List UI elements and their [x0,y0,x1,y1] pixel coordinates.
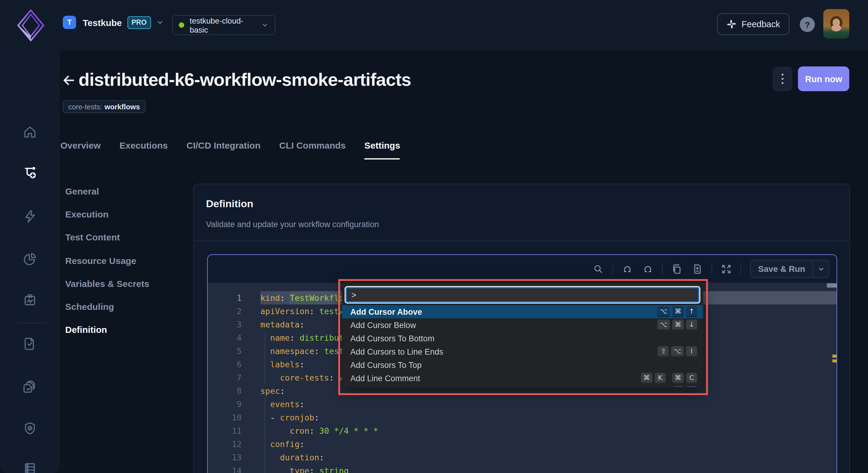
save-and-run-button[interactable]: Save & Run [750,260,829,278]
monitor-icon [22,292,37,307]
feedback-button[interactable]: Feedback [717,13,789,35]
line-number: 11 [208,424,245,437]
server-icon [22,461,37,473]
line-number: 12 [208,437,245,451]
palette-item-label: Add Cursors to Line Ends [350,347,656,356]
keybinding-key: I [686,346,697,357]
org-name: Testkube [83,17,122,28]
line-number: 8 [208,384,245,398]
sidebar-item-pie-chart[interactable] [0,244,60,273]
keybinding-key: ⌥ [657,306,670,317]
palette-item-add-cursors-to-bottom[interactable]: Add Cursors To Bottom [342,332,703,345]
label-badge: core-tests: workflows [63,100,145,113]
line-content: - cronjob: [260,411,837,424]
run-now-button[interactable]: Run now [798,66,849,91]
more-actions-button[interactable] [773,66,793,91]
expand-icon[interactable] [720,262,733,275]
keybinding-key [686,386,697,387]
line-content: type: string [260,464,837,473]
pie-chart-icon [22,251,37,266]
settings-nav-scheduling[interactable]: Scheduling [65,295,180,318]
org-switcher[interactable]: T Testkube PRO [63,16,164,29]
line-number: 5 [208,344,245,358]
undo-icon[interactable] [621,262,633,275]
tab-overview[interactable]: Overview [60,138,100,152]
diff-doc-icon[interactable] [691,262,704,275]
sidebar-item-shield-gear[interactable] [0,414,60,443]
settings-nav-variables-secrets[interactable]: Variables & Secrets [65,272,180,295]
chevron-down-icon[interactable] [812,260,829,277]
search-icon[interactable] [592,262,604,275]
command-palette: Add Cursor Above⌥⌘↑Add Cursor Below⌥⌘↓Ad… [342,282,703,387]
settings-nav-resource-usage[interactable]: Resource Usage [65,249,180,272]
help-button[interactable]: ? [800,17,815,32]
chevron-down-icon [261,21,269,29]
file-check-icon [22,336,37,351]
command-palette-input[interactable] [345,287,700,303]
user-avatar[interactable] [823,9,849,39]
line-number: 1 [208,291,245,305]
badge-value: workflows [104,102,140,111]
code-line[interactable]: 14 type: string [208,464,837,473]
palette-item-label: Add Cursors To Top [350,360,697,369]
feedback-label: Feedback [741,19,780,29]
line-content: cron: 30 */4 * * * [260,424,837,437]
palette-item-add-cursors-to-top[interactable]: Add Cursors To Top [342,358,703,372]
app-root: T Testkube PRO testkube-cloud-basic [0,0,868,473]
top-bar: T Testkube PRO testkube-cloud-basic [0,0,868,51]
palette-item-add-line-comment[interactable]: Add Line Comment⌘K⌘C [342,372,703,385]
palette-item-add-cursor-below[interactable]: Add Cursor Below⌥⌘↓ [342,318,703,332]
toolbar-separator [741,263,741,274]
settings-nav-general[interactable]: General [65,180,180,203]
home-icon [22,124,37,139]
tab-cli-commands[interactable]: CLI Commands [279,138,346,152]
code-line[interactable]: 13 duration: [208,451,837,464]
shield-gear-icon [22,421,37,436]
tab-settings[interactable]: Settings [365,138,400,152]
line-number: 14 [208,464,245,473]
sidebar-item-home[interactable] [0,117,60,146]
palette-item-label: Add Cursors To Bottom [350,334,697,343]
code-line[interactable]: 10 - cronjob: [208,411,837,424]
editor-scrollbar[interactable] [827,283,837,288]
sidebar-item-lightning[interactable] [0,202,60,231]
keybinding-key: C [686,373,697,384]
tab-executions[interactable]: Executions [119,138,167,152]
line-number: 2 [208,305,245,318]
palette-item-add-cursor-above[interactable]: Add Cursor Above⌥⌘↑ [342,305,703,318]
save-and-run-label: Save & Run [751,264,812,274]
line-content: duration: [260,451,837,464]
sidebar-item-workflow-add[interactable] [0,158,60,187]
plan-badge: PRO [127,16,151,29]
sidebar-item-files-stack[interactable] [0,372,60,401]
keybinding-key: ⌥ [672,346,684,357]
sidebar-item-server[interactable] [0,454,60,473]
sidebar-item-monitor[interactable] [0,285,60,314]
palette-item-label: Add Cursor Above [350,307,655,316]
sidebar-item-file-check[interactable] [0,328,60,358]
code-line[interactable]: 11 cron: 30 */4 * * * [208,424,837,437]
palette-item-clipped[interactable] [342,385,703,387]
line-number: 3 [208,318,245,331]
keybinding-key: K [655,373,665,384]
back-button[interactable] [61,72,77,88]
card-divider [194,241,849,241]
line-content: events: [260,398,837,411]
badge-key: core-tests: [68,102,102,111]
palette-item-add-cursors-to-line-ends[interactable]: Add Cursors to Line Ends⇧⌥I [342,345,703,358]
keybinding-key [673,386,684,387]
settings-nav-test-content[interactable]: Test Content [65,226,180,249]
copy-icon[interactable] [671,262,683,275]
settings-nav-execution[interactable]: Execution [65,203,180,226]
keybinding-key: ↑ [686,306,697,317]
code-line[interactable]: 12 config: [208,437,837,451]
tab-ci-cd-integration[interactable]: CI/CD Integration [187,138,261,152]
environment-name: testkube-cloud-basic [190,16,256,34]
redo-icon[interactable] [642,262,654,275]
settings-nav-definition[interactable]: Definition [65,318,180,342]
environment-selector[interactable]: testkube-cloud-basic [172,15,275,35]
page-title: distributed-k6-workflow-smoke-artifacts [79,69,411,90]
toolbar-separator [613,263,613,274]
testkube-logo-icon[interactable] [17,9,45,42]
code-line[interactable]: 9 events: [208,398,837,411]
